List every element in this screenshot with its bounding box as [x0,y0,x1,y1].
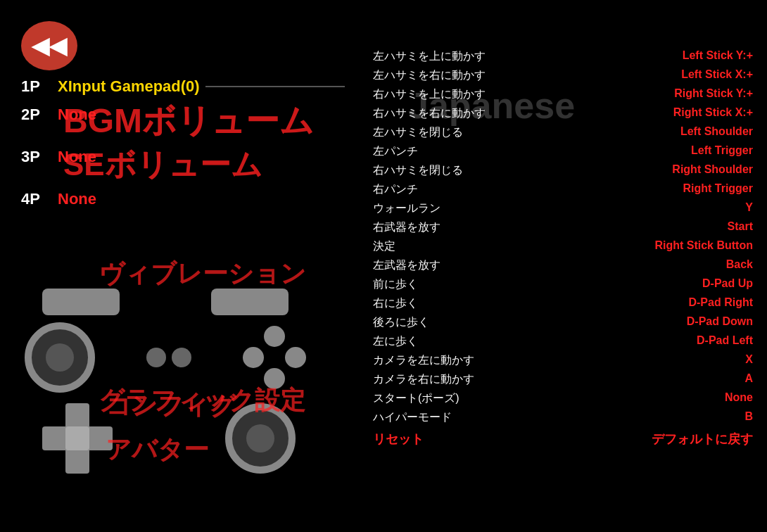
mapping-key: Right Trigger [612,182,753,197]
mapping-row[interactable]: カメラを右に動かすA [373,372,753,387]
mapping-row[interactable]: ウォールランY [373,201,753,216]
mapping-action: ハイパーモード [373,410,514,425]
mapping-row[interactable]: ハイパーモードB [373,410,753,425]
mapping-key: Y [612,201,753,216]
mapping-key: B [612,410,753,425]
dpad [42,403,113,474]
player-2-label: 2P [21,106,48,124]
mapping-key: Right Stick X:+ [612,106,753,121]
reset-button[interactable]: リセット [373,431,424,448]
player-4-label: 4P [21,190,48,208]
key-mapping-panel: 左ハサミを上に動かすLeft Stick Y:+左ハサミを右に動かすLeft S… [373,49,753,448]
center-buttons [146,348,191,367]
mapping-row[interactable]: スタート(ポーズ)None [373,391,753,406]
player-4-section: 4P None [21,190,345,229]
mapping-action: 右パンチ [373,182,514,197]
mapping-key: Left Trigger [612,144,753,159]
mapping-key: Back [612,258,753,273]
mapping-key: Left Stick Y:+ [612,49,753,64]
back-icon: ◀◀ [32,34,67,57]
player-4-row: 4P None [21,190,96,208]
mapping-action: 決定 [373,239,514,254]
mapping-row[interactable]: 左武器を放すBack [373,258,753,273]
mapping-key: Left Shoulder [612,125,753,140]
mapping-row[interactable]: 右に歩くD-Pad Right [373,296,753,311]
mapping-action: 左ハサミを右に動かす [373,68,514,83]
b-btn [285,347,306,368]
y-btn [264,326,285,347]
mapping-key: Right Stick Button [612,239,753,254]
left-shoulder-btn [42,289,120,315]
bgm-label: BGMボリューム [63,99,314,144]
mapping-action: 右武器を放す [373,220,514,235]
mapping-key: Right Stick Y:+ [612,87,753,102]
mapping-row[interactable]: 左パンチLeft Trigger [373,144,753,159]
vibration-label: ヴィブレーション [99,257,306,291]
mapping-row[interactable]: 左ハサミを右に動かすLeft Stick X:+ [373,68,753,83]
mapping-action: 右ハサミを右に動かす [373,106,514,121]
mapping-action: ウォールラン [373,201,514,216]
player-1-row: 1P XInput Gamepad(0) [21,77,345,96]
mapping-action: 左に歩く [373,334,514,349]
mapping-action: 左ハサミを閉じる [373,125,514,140]
start-btn [172,348,191,367]
x-btn [243,347,264,368]
back-button[interactable]: ◀◀ [21,21,77,70]
mapping-action: 右ハサミを閉じる [373,163,514,178]
mapping-key: D-Pad Down [612,315,753,330]
player-1-value[interactable]: XInput Gamepad(0) [58,77,200,96]
gamepad-area: ヴィブレーション コンフィグ グ [14,253,317,471]
mapping-row[interactable]: 左ハサミを上に動かすLeft Stick Y:+ [373,49,753,64]
mapping-list: 左ハサミを上に動かすLeft Stick Y:+左ハサミを右に動かすLeft S… [373,49,753,425]
shoulder-buttons [14,289,317,315]
mapping-action: カメラを右に動かす [373,372,514,387]
player-3-label: 3P [21,148,48,166]
mapping-key: D-Pad Up [612,277,753,292]
mapping-key: Start [612,220,753,235]
controller-middle: コンフィグ [14,322,317,393]
avatar-label: アバター [106,433,209,467]
mapping-row[interactable]: 後ろに歩くD-Pad Down [373,315,753,330]
mapping-action: 左パンチ [373,144,514,159]
controller-row [14,322,317,393]
player-1-divider [205,86,345,87]
right-shoulder-btn [211,289,289,315]
graphics-label: グラフィック設定 [99,384,305,418]
dpad-center [65,426,89,450]
mapping-row[interactable]: 右パンチRight Trigger [373,182,753,197]
player-1-label: 1P [21,77,48,96]
mapping-action: 左ハサミを上に動かす [373,49,514,64]
mapping-row[interactable]: 右ハサミを上に動かすRight Stick Y:+ [373,87,753,102]
mapping-key: A [612,372,753,387]
mapping-key: None [612,391,753,406]
player-4-value[interactable]: None [58,190,96,208]
mapping-row[interactable]: 左に歩くD-Pad Left [373,334,753,349]
mapping-row[interactable]: 右ハサミを閉じるRight Shoulder [373,163,753,178]
left-analog-stick [25,322,95,393]
mapping-row[interactable]: 前に歩くD-Pad Up [373,277,753,292]
select-btn [146,348,166,367]
mapping-row[interactable]: 右武器を放すStart [373,220,753,235]
se-label: SEボリューム [63,144,262,186]
right-button-cluster [243,326,306,389]
mapping-row[interactable]: 左ハサミを閉じるLeft Shoulder [373,125,753,140]
mapping-key: D-Pad Left [612,334,753,349]
bgm-section: 2P None BGMボリューム [21,106,345,141]
mapping-key: Right Shoulder [612,163,753,178]
right-analog-inner [246,424,274,452]
reset-row: リセット デフォルトに戻す [373,431,753,448]
mapping-row[interactable]: カメラを左に動かすX [373,353,753,368]
mapping-key: D-Pad Right [612,296,753,311]
mapping-row[interactable]: 右ハサミを右に動かすRight Stick X:+ [373,106,753,121]
mapping-key: X [612,353,753,368]
mapping-action: スタート(ポーズ) [373,391,514,406]
mapping-action: 前に歩く [373,277,514,292]
left-analog-inner [46,343,74,372]
default-button[interactable]: デフォルトに戻す [652,431,753,448]
mapping-action: 後ろに歩く [373,315,514,330]
left-panel: 1P XInput Gamepad(0) 2P None BGMボリューム 3P… [21,77,345,229]
mapping-key: Left Stick X:+ [612,68,753,83]
mapping-action: 左武器を放す [373,258,514,273]
mapping-row[interactable]: 決定Right Stick Button [373,239,753,254]
mapping-action: 右ハサミを上に動かす [373,87,514,102]
